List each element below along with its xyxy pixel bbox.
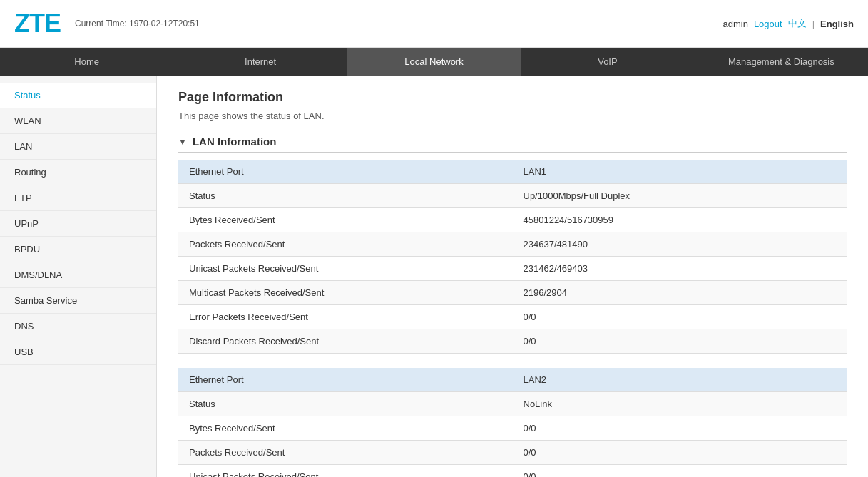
table-row: Discard Packets Received/Sent 0/0 [178, 329, 847, 354]
table-row: Status Up/1000Mbps/Full Duplex [178, 184, 847, 208]
header-right: admin Logout 中文 | English [723, 17, 854, 30]
lan1-header-row: Ethernet Port LAN1 [178, 160, 847, 184]
sidebar: Status WLAN LAN Routing FTP UPnP BPDU DM… [0, 76, 157, 477]
admin-label: admin [723, 19, 747, 29]
nav-home[interactable]: Home [0, 48, 173, 76]
layout: Status WLAN LAN Routing FTP UPnP BPDU DM… [0, 76, 868, 477]
section-header: ▼ LAN Information [178, 135, 847, 153]
sidebar-item-ftp[interactable]: FTP [0, 185, 156, 211]
row-value: 0/0 [513, 305, 847, 329]
sidebar-item-status[interactable]: Status [0, 83, 156, 108]
lan1-header-col2: LAN1 [513, 160, 847, 184]
row-label: Discard Packets Received/Sent [178, 329, 513, 354]
header-left: ZTE Current Time: 1970-02-12T20:51 [14, 9, 200, 39]
table-row: Error Packets Received/Sent 0/0 [178, 305, 847, 329]
sidebar-item-dms-dlna[interactable]: DMS/DLNA [0, 262, 156, 288]
row-value: 231462/469403 [513, 257, 847, 281]
sidebar-item-dns[interactable]: DNS [0, 314, 156, 339]
sidebar-item-upnp[interactable]: UPnP [0, 211, 156, 237]
sidebar-item-bpdu[interactable]: BPDU [0, 237, 156, 262]
row-label: Packets Received/Sent [178, 232, 513, 257]
row-value: 2196/2904 [513, 281, 847, 305]
sidebar-item-lan[interactable]: LAN [0, 134, 156, 160]
page-description: This page shows the status of LAN. [178, 111, 847, 121]
lan2-header-row: Ethernet Port LAN2 [178, 368, 847, 392]
table-row: Status NoLink [178, 392, 847, 416]
sidebar-item-routing[interactable]: Routing [0, 160, 156, 185]
main-content: Page Information This page shows the sta… [157, 76, 868, 477]
row-value: NoLink [513, 392, 847, 416]
lan1-header-col1: Ethernet Port [178, 160, 513, 184]
row-value: 45801224/516730959 [513, 208, 847, 232]
row-label: Bytes Received/Sent [178, 208, 513, 232]
main-nav: Home Internet Local Network VoIP Managem… [0, 48, 868, 76]
lang-separator: | [812, 19, 815, 29]
table-row: Unicast Packets Received/Sent 231462/469… [178, 257, 847, 281]
lan2-header-col1: Ethernet Port [178, 368, 513, 392]
header: ZTE Current Time: 1970-02-12T20:51 admin… [0, 0, 868, 48]
row-label: Error Packets Received/Sent [178, 305, 513, 329]
table-row: Bytes Received/Sent 0/0 [178, 416, 847, 441]
lan1-table: Ethernet Port LAN1 Status Up/1000Mbps/Fu… [178, 160, 847, 354]
table-row: Multicast Packets Received/Sent 2196/290… [178, 281, 847, 305]
sidebar-item-usb[interactable]: USB [0, 339, 156, 365]
section-arrow: ▼ [178, 137, 187, 147]
lang-en-link[interactable]: English [820, 19, 854, 29]
table-row: Packets Received/Sent 0/0 [178, 441, 847, 465]
nav-management[interactable]: Management & Diagnosis [695, 48, 868, 76]
nav-voip[interactable]: VoIP [521, 48, 694, 76]
table-row: Unicast Packets Received/Sent 0/0 [178, 465, 847, 478]
logout-link[interactable]: Logout [754, 19, 782, 29]
row-label: Unicast Packets Received/Sent [178, 257, 513, 281]
lang-zh-link[interactable]: 中文 [788, 17, 807, 30]
lan2-header-col2: LAN2 [513, 368, 847, 392]
row-value: Up/1000Mbps/Full Duplex [513, 184, 847, 208]
current-time: Current Time: 1970-02-12T20:51 [75, 19, 200, 29]
row-label: Multicast Packets Received/Sent [178, 281, 513, 305]
nav-internet[interactable]: Internet [173, 48, 347, 76]
row-value: 0/0 [513, 416, 847, 441]
table-row: Bytes Received/Sent 45801224/516730959 [178, 208, 847, 232]
page-title: Page Information [178, 90, 847, 105]
row-label: Status [178, 184, 513, 208]
row-label: Status [178, 392, 513, 416]
lan2-table: Ethernet Port LAN2 Status NoLink Bytes R… [178, 368, 847, 477]
logo: ZTE [14, 9, 61, 39]
nav-local-network[interactable]: Local Network [347, 48, 521, 76]
row-value: 0/0 [513, 465, 847, 478]
row-label: Unicast Packets Received/Sent [178, 465, 513, 478]
row-value: 0/0 [513, 441, 847, 465]
row-value: 234637/481490 [513, 232, 847, 257]
section-title: LAN Information [193, 135, 277, 148]
row-label: Bytes Received/Sent [178, 416, 513, 441]
table-row: Packets Received/Sent 234637/481490 [178, 232, 847, 257]
sidebar-item-samba[interactable]: Samba Service [0, 288, 156, 314]
row-value: 0/0 [513, 329, 847, 354]
sidebar-item-wlan[interactable]: WLAN [0, 108, 156, 134]
row-label: Packets Received/Sent [178, 441, 513, 465]
